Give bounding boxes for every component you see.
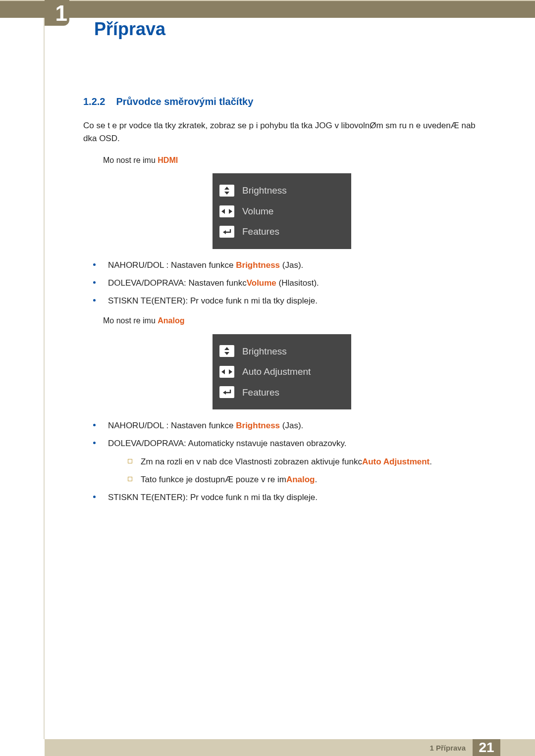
osd-label: Brightness [242,344,287,358]
svg-marker-9 [223,391,226,395]
svg-marker-4 [223,230,226,234]
enter-icon [219,226,234,238]
footer-label: 1 Příprava [429,744,466,752]
section-title: Průvodce směrovými tlačítky [116,96,253,107]
section-number: 1.2.2 [83,96,105,107]
osd-label: Features [242,224,279,239]
list-item: STISKN TE(ENTER): Pr vodce funk n mi tla… [93,295,481,307]
list-item: NAHORU/DOL : Nastaven funkce Brightness … [93,419,481,432]
svg-marker-5 [224,347,229,350]
page-content: 1.2.2Průvodce směrovými tlačítky Co se t… [83,94,481,511]
list-item: DOLEVA/DOPRAVA: Automaticky nstavuje nas… [93,437,481,486]
mode-name: HDMI [158,156,178,164]
section-heading: 1.2.2Průvodce směrovými tlačítky [83,94,481,109]
chapter-title: Příprava [94,19,165,40]
osd-panel-hdmi: Brightness Volume Features [213,173,351,249]
list-item: Zm na rozli en v nab dce Vlastnosti zobr… [128,455,481,468]
svg-marker-3 [229,209,232,214]
osd-row: Brightness [219,180,343,201]
osd-label: Features [242,385,279,400]
left-rule [44,18,45,739]
footer: 1 Příprava 21 [45,739,535,756]
osd-row: Volume [219,201,343,221]
osd-label: Auto Adjustment [242,364,311,379]
svg-marker-1 [224,192,229,195]
chapter-number: 1 [55,1,67,26]
svg-marker-6 [224,352,229,355]
mode-label-hdmi: Mo nost re imu HDMI [103,154,481,167]
bullet-list-analog: NAHORU/DOL : Nastaven funkce Brightness … [93,419,481,504]
mode-name: Analog [158,316,184,325]
left-right-icon [219,366,234,378]
sub-list: Zm na rozli en v nab dce Vlastnosti zobr… [128,455,481,487]
svg-marker-2 [221,209,225,214]
up-down-icon [219,185,234,197]
page-number: 21 [473,739,500,756]
list-item: DOLEVA/DOPRAVA: Nastaven funkcVolume (Hl… [93,277,481,290]
chapter-tab: 1 [45,0,69,26]
bullet-list-hdmi: NAHORU/DOL : Nastaven funkce Brightness … [93,259,481,308]
mode-prefix: Mo nost re imu [103,156,158,164]
list-item: NAHORU/DOL : Nastaven funkce Brightness … [93,259,481,272]
osd-row: Brightness [219,341,343,361]
list-item: STISKN TE(ENTER): Pr vodce funk n mi tla… [93,491,481,504]
svg-marker-0 [224,187,229,190]
left-right-icon [219,205,234,217]
osd-label: Brightness [242,183,287,198]
intro-paragraph: Co se t e pr vodce tla tky zkratek, zobr… [83,119,481,146]
list-item: Tato funkce je dostupnÆ pouze v re imAna… [128,473,481,486]
osd-panel-analog: Brightness Auto Adjustment Features [213,334,351,409]
osd-row: Auto Adjustment [219,361,343,382]
osd-label: Volume [242,204,273,218]
top-band [0,0,535,18]
up-down-icon [219,345,234,357]
osd-row: Features [219,382,343,403]
osd-row: Features [219,221,343,242]
svg-marker-7 [221,369,225,374]
mode-prefix: Mo nost re imu [103,316,158,325]
mode-label-analog: Mo nost re imu Analog [103,315,481,327]
svg-marker-8 [229,369,232,374]
enter-icon [219,386,234,398]
